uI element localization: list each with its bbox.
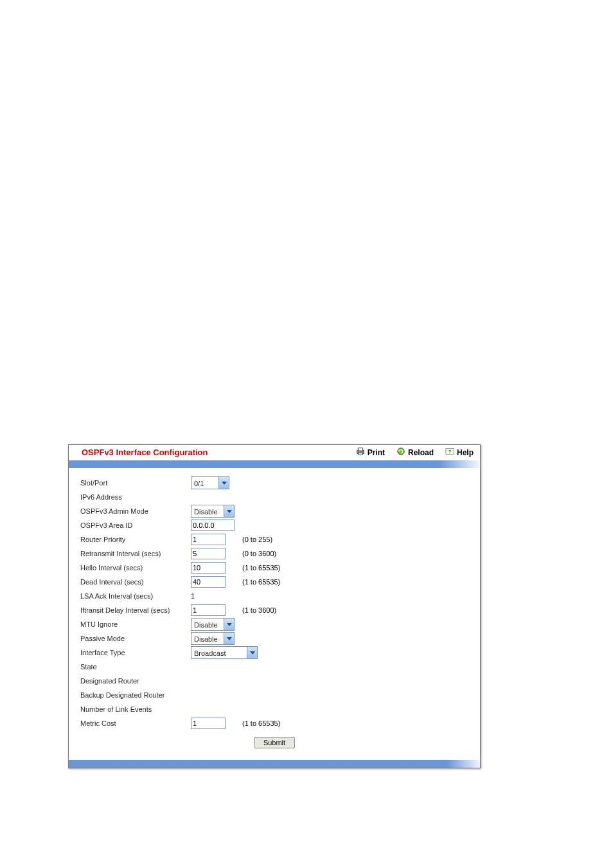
row-designated-router: Designated Router: [80, 674, 468, 688]
label-designated-router: Designated Router: [80, 677, 191, 685]
router-priority-range: (0 to 255): [242, 536, 272, 543]
interface-type-select[interactable]: Broadcast: [191, 646, 258, 659]
config-panel: OSPFv3 Interface Configuration Print Rel…: [68, 444, 481, 768]
label-router-priority: Router Priority: [80, 536, 191, 543]
svg-rect-2: [358, 453, 362, 455]
row-ipv6-address: IPv6 Address: [80, 490, 468, 504]
label-hello: Hello Interval (secs): [80, 564, 191, 572]
row-state: State: [80, 660, 468, 674]
form-area: Slot/Port 0/1 IPv6 Address OSPFv3 Admin …: [69, 468, 480, 760]
separator-top: [69, 460, 480, 468]
help-button[interactable]: ? Help: [445, 447, 474, 458]
printer-icon: [356, 447, 365, 458]
label-iftransit: Iftransit Delay Interval (secs): [80, 606, 191, 614]
label-mtu-ignore: MTU Ignore: [80, 620, 191, 628]
chevron-down-icon: [224, 619, 234, 630]
reload-button[interactable]: Reload: [396, 447, 434, 458]
page-title: OSPFv3 Interface Configuration: [82, 448, 344, 457]
passive-mode-value: Disable: [191, 633, 224, 644]
chevron-down-icon: [218, 477, 229, 489]
label-passive-mode: Passive Mode: [80, 635, 191, 642]
dead-input[interactable]: [191, 576, 226, 588]
row-area-id: OSPFv3 Area ID: [80, 518, 468, 532]
print-label: Print: [368, 448, 385, 457]
admin-mode-value: Disable: [191, 505, 224, 517]
row-mtu-ignore: MTU Ignore Disable: [80, 617, 468, 631]
lsa-ack-value: 1: [191, 592, 195, 600]
slot-port-select[interactable]: 0/1: [191, 476, 229, 489]
dead-range: (1 to 65535): [242, 578, 280, 586]
submit-button[interactable]: Submit: [254, 737, 295, 748]
row-iftransit: Iftransit Delay Interval (secs) (1 to 36…: [80, 603, 468, 617]
label-retransmit: Retransmit Interval (secs): [80, 550, 191, 557]
svg-text:?: ?: [449, 449, 452, 455]
row-dead: Dead Interval (secs) (1 to 65535): [80, 575, 468, 589]
label-backup-designated: Backup Designated Router: [80, 691, 191, 699]
svg-rect-1: [358, 448, 362, 451]
svg-point-3: [398, 448, 405, 455]
reload-label: Reload: [408, 448, 434, 457]
title-bar: OSPFv3 Interface Configuration Print Rel…: [69, 445, 480, 460]
label-ipv6-address: IPv6 Address: [80, 493, 191, 501]
label-link-events: Number of Link Events: [80, 705, 191, 713]
row-slot-port: Slot/Port 0/1: [80, 476, 468, 490]
retransmit-input[interactable]: [191, 548, 226, 559]
row-admin-mode: OSPFv3 Admin Mode Disable: [80, 504, 468, 518]
metric-cost-range: (1 to 65535): [242, 719, 280, 727]
hello-input[interactable]: [191, 562, 226, 574]
row-hello: Hello Interval (secs) (1 to 65535): [80, 561, 468, 575]
interface-type-value: Broadcast: [191, 647, 247, 658]
metric-cost-input[interactable]: [191, 718, 226, 729]
chevron-down-icon: [247, 647, 257, 658]
label-admin-mode: OSPFv3 Admin Mode: [80, 507, 191, 515]
separator-bottom: [69, 760, 480, 768]
row-link-events: Number of Link Events: [80, 702, 468, 716]
row-metric-cost: Metric Cost (1 to 65535): [80, 716, 468, 730]
row-router-priority: Router Priority (0 to 255): [80, 532, 468, 547]
label-area-id: OSPFv3 Area ID: [80, 521, 191, 529]
iftransit-input[interactable]: [191, 604, 226, 616]
label-lsa-ack: LSA Ack Interval (secs): [80, 592, 191, 600]
submit-row: Submit: [80, 730, 468, 756]
row-interface-type: Interface Type Broadcast: [80, 646, 468, 660]
hello-range: (1 to 65535): [242, 564, 280, 572]
iftransit-range: (1 to 3600): [242, 606, 276, 614]
row-passive-mode: Passive Mode Disable: [80, 631, 468, 646]
admin-mode-select[interactable]: Disable: [191, 505, 235, 518]
slot-port-value: 0/1: [191, 477, 218, 489]
label-interface-type: Interface Type: [80, 649, 191, 656]
area-id-input[interactable]: [191, 520, 235, 531]
help-icon: ?: [445, 447, 454, 458]
help-label: Help: [457, 448, 474, 457]
label-state: State: [80, 663, 191, 671]
mtu-ignore-value: Disable: [191, 619, 224, 630]
chevron-down-icon: [224, 505, 234, 517]
row-lsa-ack: LSA Ack Interval (secs) 1: [80, 589, 468, 603]
mtu-ignore-select[interactable]: Disable: [191, 618, 235, 631]
chevron-down-icon: [224, 633, 234, 644]
retransmit-range: (0 to 3600): [242, 550, 276, 557]
label-dead: Dead Interval (secs): [80, 578, 191, 586]
row-retransmit: Retransmit Interval (secs) (0 to 3600): [80, 547, 468, 561]
router-priority-input[interactable]: [191, 534, 226, 545]
print-button[interactable]: Print: [356, 447, 385, 458]
row-backup-designated-router: Backup Designated Router: [80, 688, 468, 702]
reload-icon: [396, 447, 405, 458]
label-metric-cost: Metric Cost: [80, 719, 191, 727]
label-slot-port: Slot/Port: [80, 479, 191, 487]
passive-mode-select[interactable]: Disable: [191, 632, 235, 645]
